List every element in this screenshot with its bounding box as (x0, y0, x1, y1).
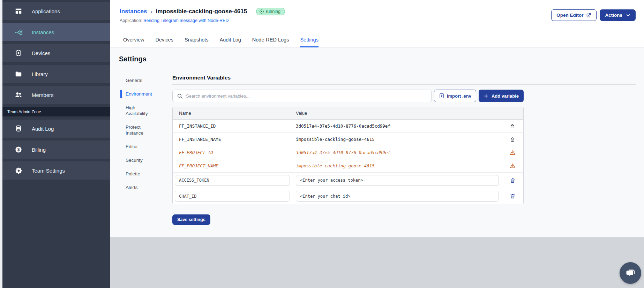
subnav-item-palette[interactable]: Palette (119, 171, 156, 177)
page-title: Settings (119, 55, 636, 63)
table-header: Name Value (173, 107, 523, 120)
sidebar-item-instances[interactable]: Instances (2, 23, 110, 41)
trash-icon[interactable] (510, 193, 516, 199)
env-var-name: FF_PROJECT_ID (173, 150, 296, 155)
status-badge: running (256, 8, 285, 15)
env-var-value: impossible-cackling-goose-4615 (296, 137, 502, 142)
tab-snapshots[interactable]: Snapshots (185, 37, 209, 47)
sidebar-item-label: Instances (32, 29, 54, 35)
subnav-item-security[interactable]: Security (119, 157, 156, 163)
chat-bubbles-icon (625, 267, 636, 279)
svg-text:$: $ (17, 147, 20, 152)
sidebar-item-library[interactable]: Library (2, 65, 110, 83)
tab-settings[interactable]: Settings (300, 37, 318, 47)
tab-devices[interactable]: Devices (155, 37, 173, 47)
settings-subnav: General Environment High Availability Pr… (119, 75, 156, 225)
table-row: FF_PROJECT_ID 3d0517a4-37e5-4d10-8776-0a… (173, 146, 523, 159)
tab-node-red-logs[interactable]: Node-RED Logs (252, 37, 289, 47)
add-variable-button[interactable]: Add variable (479, 90, 524, 102)
import-env-button[interactable]: Import .env (434, 90, 476, 102)
lock-icon (510, 123, 515, 129)
plus-icon (484, 93, 489, 99)
column-header-name: Name (173, 111, 296, 116)
save-settings-button[interactable]: Save settings (172, 214, 210, 225)
subnav-item-protect-instance[interactable]: Protect Instance (119, 124, 156, 136)
search-box (172, 90, 432, 102)
subnav-item-environment[interactable]: Environment (119, 91, 156, 97)
environment-divider (172, 84, 636, 85)
import-document-icon (439, 93, 444, 99)
breadcrumb-separator: › (150, 9, 152, 15)
env-var-value-input[interactable] (296, 175, 499, 186)
instance-tabs: Overview Devices Snapshots Audit Log Nod… (123, 37, 319, 47)
application-label: Application: (120, 18, 142, 23)
applications-icon (14, 7, 23, 15)
main-area: Instances › impossible-cackling-goose-46… (110, 0, 644, 288)
page-footer-background (110, 237, 644, 288)
application-link[interactable]: Sending Telegram message with Node-RED (143, 18, 229, 23)
chat-widget-button[interactable] (620, 262, 641, 284)
sidebar-item-applications[interactable]: Applications (2, 2, 110, 20)
open-editor-button[interactable]: Open Editor (551, 9, 597, 21)
sidebar-item-label: Library (32, 71, 48, 77)
subnav-item-alerts[interactable]: Alerts (119, 184, 156, 190)
sidebar-item-billing[interactable]: $ Billing (2, 141, 110, 159)
subnav-item-high-availability[interactable]: High Availability (119, 105, 156, 116)
instance-name: impossible-cackling-goose-4615 (156, 8, 247, 15)
subnav-item-editor[interactable]: Editor (119, 144, 156, 150)
env-var-name-input[interactable] (175, 191, 290, 202)
settings-divider (119, 69, 636, 69)
table-row (173, 188, 523, 204)
trash-icon[interactable] (510, 177, 516, 183)
settings-page: Settings General Environment High Availa… (110, 47, 644, 237)
lock-icon (510, 137, 515, 142)
sidebar-item-label: Devices (32, 50, 50, 56)
tab-audit-log[interactable]: Audit Log (220, 37, 241, 47)
environment-section: Environment Variables Import .env (165, 75, 636, 225)
env-var-value: 3d0517a4-37e5-4d10-8776-0acad5cd99ef (296, 123, 502, 129)
warning-icon (510, 150, 516, 156)
table-row: FF_INSTANCE_ID 3d0517a4-37e5-4d10-8776-0… (173, 120, 523, 133)
sidebar: Applications Instances (2, 0, 110, 288)
database-icon (14, 124, 23, 133)
warning-icon (510, 163, 516, 169)
table-row: FF_INSTANCE_NAME impossible-cackling-goo… (173, 133, 523, 146)
search-icon (177, 93, 183, 99)
env-var-name: FF_INSTANCE_ID (173, 123, 296, 129)
env-var-name: FF_INSTANCE_NAME (173, 137, 296, 142)
sidebar-item-members[interactable]: Members (2, 86, 110, 104)
tab-overview[interactable]: Overview (123, 37, 144, 47)
instances-icon (14, 28, 23, 36)
add-variable-label: Add variable (492, 93, 519, 99)
sidebar-item-audit-log[interactable]: Audit Log (2, 120, 110, 138)
instance-header: Instances › impossible-cackling-goose-46… (110, 0, 644, 47)
actions-label: Actions (605, 13, 622, 18)
environment-title: Environment Variables (172, 75, 636, 81)
folder-icon (14, 70, 23, 78)
status-badge-label: running (266, 9, 280, 14)
column-header-value: Value (296, 111, 502, 116)
users-icon (14, 91, 23, 99)
import-env-label: Import .env (447, 93, 471, 99)
sidebar-item-label: Applications (32, 8, 60, 14)
sidebar-item-label: Team Settings (32, 168, 65, 174)
sidebar-item-devices[interactable]: Devices (2, 44, 110, 62)
env-var-name: FF_PROJECT_NAME (173, 163, 296, 168)
actions-button[interactable]: Actions (600, 9, 636, 21)
sidebar-item-team-settings[interactable]: Team Settings (2, 161, 110, 180)
subnav-item-general[interactable]: General (119, 77, 156, 83)
search-input[interactable] (186, 93, 427, 99)
chevron-down-icon (626, 13, 630, 17)
env-var-value: impossible-cackling-goose-4615 (296, 163, 502, 168)
gear-icon (14, 166, 23, 175)
env-var-name-input[interactable] (175, 175, 290, 186)
sidebar-item-label: Members (32, 92, 54, 98)
header-actions: Open Editor Actions (551, 9, 636, 21)
team-admin-zone-label: Team Admin Zone (2, 107, 110, 116)
env-var-value-input[interactable] (296, 191, 499, 202)
breadcrumb-instances-link[interactable]: Instances (120, 8, 147, 15)
sidebar-item-label: Audit Log (32, 126, 54, 132)
table-row (173, 173, 523, 188)
env-variables-table: Name Value FF_INSTANCE_ID 3d0517a4-37e5-… (172, 107, 524, 204)
table-row: FF_PROJECT_NAME impossible-cackling-goos… (173, 159, 523, 173)
